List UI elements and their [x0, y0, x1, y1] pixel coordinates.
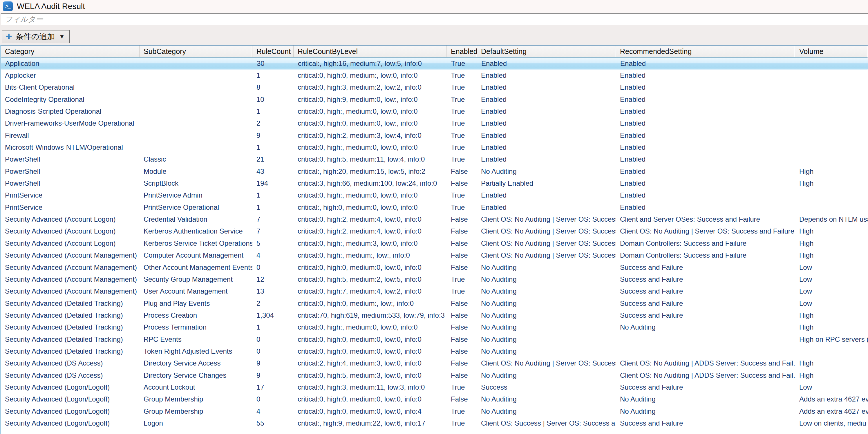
cell-subcategory: Process Termination: [140, 321, 252, 333]
table-row[interactable]: Diagnosis-Scripted Operational1critical:…: [1, 105, 868, 117]
cell-rulecountbylevel: critical:0, high:, medium:, low:, info:0: [293, 249, 447, 261]
cell-recommendedsetting: Client OS: No Auditing | Server OS: Succ…: [616, 225, 795, 237]
title-bar: >_ WELA Audit Result: [0, 0, 868, 13]
cell-subcategory: Directory Service Access: [140, 358, 252, 369]
column-header-category[interactable]: Category: [1, 45, 140, 57]
cell-subcategory: [140, 105, 252, 117]
cell-volume: Low: [795, 273, 868, 285]
table-row[interactable]: Security Advanced (Account Management)Se…: [1, 273, 868, 285]
powershell-icon: >_: [3, 1, 13, 11]
table-row[interactable]: Bits-Client Operational8critical:0, high…: [1, 82, 868, 93]
cell-rulecountbylevel: critical:0, high:0, medium:, low:0, info…: [293, 69, 447, 81]
cell-category: DriverFrameworks-UserMode Operational: [1, 118, 140, 129]
cell-rulecount: 7: [252, 213, 293, 225]
table-row[interactable]: Application30critical:, high:16, medium:…: [1, 57, 868, 69]
cell-subcategory: [140, 118, 252, 129]
table-row[interactable]: Security Advanced (Logon/Logoff)Group Me…: [1, 393, 868, 405]
cell-rulecount: 5: [252, 237, 293, 249]
cell-rulecount: 1: [252, 141, 293, 153]
table-row[interactable]: PrintServicePrintService Operational1cri…: [1, 202, 868, 213]
cell-defaultsetting: Client OS: No Auditing | Server OS: Succ…: [477, 225, 616, 237]
cell-rulecount: 9: [252, 129, 293, 141]
table-row[interactable]: Security Advanced (DS Access)Directory S…: [1, 369, 868, 381]
cell-volume: High: [795, 225, 868, 237]
table-row[interactable]: CodeIntegrity Operational10critical:0, h…: [1, 93, 868, 105]
cell-subcategory: Directory Service Changes: [140, 369, 252, 381]
table-row[interactable]: Security Advanced (Logon/Logoff)Group Me…: [1, 405, 868, 417]
table-row[interactable]: Security Advanced (Logon/Logoff)Logon55c…: [1, 417, 868, 429]
table-row[interactable]: PowerShellClassic21critical:0, high:5, m…: [1, 153, 868, 165]
cell-subcategory: Module: [140, 165, 252, 177]
cell-subcategory: Plug and Play Events: [140, 297, 252, 309]
cell-recommendedsetting: No Auditing: [616, 405, 795, 417]
table-row[interactable]: Security Advanced (Detailed Tracking)Plu…: [1, 297, 868, 309]
cell-subcategory: Computer Account Management: [140, 249, 252, 261]
column-header-recommendedsetting[interactable]: RecommendedSetting: [616, 45, 795, 57]
cell-enabled: True: [447, 118, 477, 129]
table-row[interactable]: Security Advanced (DS Access)Directory S…: [1, 358, 868, 369]
cell-subcategory: [140, 69, 252, 81]
table-row[interactable]: PowerShellScriptBlock194critical:3, high…: [1, 177, 868, 189]
table-row[interactable]: Security Advanced (Detailed Tracking)RPC…: [1, 333, 868, 345]
cell-rulecountbylevel: critical:0, high:2, medium:3, low:4, inf…: [293, 129, 447, 141]
table-row[interactable]: PrintServicePrintService Admin1critical:…: [1, 189, 868, 202]
table-row[interactable]: Security Advanced (Account Management)Co…: [1, 249, 868, 261]
cell-rulecount: 13: [252, 285, 293, 297]
table-row[interactable]: Security Advanced (Detailed Tracking)Pro…: [1, 321, 868, 333]
table-row[interactable]: Security Advanced (Account Logon)Credent…: [1, 213, 868, 225]
cell-enabled: False: [447, 261, 477, 273]
table-row[interactable]: Security Advanced (Account Management)Us…: [1, 285, 868, 297]
cell-category: Security Advanced (Account Management): [1, 285, 140, 297]
table-row[interactable]: DriverFrameworks-UserMode Operational2cr…: [1, 118, 868, 129]
cell-category: Security Advanced (Detailed Tracking): [1, 309, 140, 321]
cell-rulecount: 4: [252, 405, 293, 417]
table-row[interactable]: Security Advanced (Account Logon)Kerbero…: [1, 237, 868, 249]
cell-category: Security Advanced (Logon/Logoff): [1, 405, 140, 417]
table-row[interactable]: Security Advanced (Account Logon)Kerbero…: [1, 225, 868, 237]
column-header-defaultsetting[interactable]: DefaultSetting: [477, 45, 616, 57]
cell-volume: High: [795, 369, 868, 381]
filter-input[interactable]: [1, 13, 868, 25]
table-row[interactable]: Security Advanced (Logon/Logoff)Account …: [1, 381, 868, 393]
cell-recommendedsetting: Enabled: [616, 93, 795, 105]
column-header-rulecountbylevel[interactable]: RuleCountByLevel: [293, 45, 447, 57]
table-row[interactable]: PowerShellModule43critical:, high:20, me…: [1, 165, 868, 177]
cell-rulecountbylevel: critical:0, high:0, medium:, low:, info:…: [293, 297, 447, 309]
cell-category: PowerShell: [1, 153, 140, 165]
cell-subcategory: Account Lockout: [140, 381, 252, 393]
cell-rulecountbylevel: critical:3, high:66, medium:100, low:24,…: [293, 177, 447, 189]
cell-rulecount: 30: [253, 58, 294, 69]
table-row[interactable]: Microsoft-Windows-NTLM/Operational1criti…: [1, 141, 868, 153]
cell-volume: High: [795, 237, 868, 249]
table-row[interactable]: Security Advanced (Detailed Tracking)Tok…: [1, 345, 868, 357]
cell-rulecount: 0: [252, 333, 293, 345]
cell-defaultsetting: No Auditing: [477, 273, 616, 285]
cell-defaultsetting: No Auditing: [477, 309, 616, 321]
column-header-rulecount[interactable]: RuleCount: [252, 45, 293, 57]
add-condition-button[interactable]: ✚ 条件の追加 ▼: [2, 30, 70, 43]
cell-recommendedsetting: Success and Failure: [616, 297, 795, 309]
cell-enabled: False: [447, 358, 477, 369]
column-header-subcategory[interactable]: SubCategory: [140, 45, 252, 57]
cell-enabled: True: [447, 82, 477, 93]
cell-rulecount: 0: [252, 345, 293, 357]
cell-rulecount: 17: [252, 381, 293, 393]
column-header-volume[interactable]: Volume: [795, 45, 868, 57]
cell-category: Security Advanced (Detailed Tracking): [1, 345, 140, 357]
cell-category: Security Advanced (Detailed Tracking): [1, 297, 140, 309]
table-row[interactable]: Applocker1critical:0, high:0, medium:, l…: [1, 69, 868, 81]
cell-volume: [795, 69, 868, 81]
cell-enabled: True: [447, 105, 477, 117]
table-row[interactable]: Security Advanced (Detailed Tracking)Pro…: [1, 309, 868, 321]
table-row[interactable]: Security Advanced (Account Management)Ot…: [1, 261, 868, 273]
column-header-enabled[interactable]: Enabled: [447, 45, 477, 57]
table-row[interactable]: Firewall9critical:0, high:2, medium:3, l…: [1, 129, 868, 141]
cell-rulecountbylevel: critical:, high:16, medium:7, low:5, inf…: [294, 58, 447, 69]
cell-rulecount: 55: [252, 417, 293, 429]
cell-rulecountbylevel: critical:70, high:619, medium:533, low:7…: [293, 309, 447, 321]
cell-rulecount: 1: [252, 105, 293, 117]
cell-subcategory: RPC Events: [140, 333, 252, 345]
cell-volume: [795, 345, 868, 357]
cell-category: Security Advanced (DS Access): [1, 369, 140, 381]
cell-category: Security Advanced (Account Management): [1, 273, 140, 285]
